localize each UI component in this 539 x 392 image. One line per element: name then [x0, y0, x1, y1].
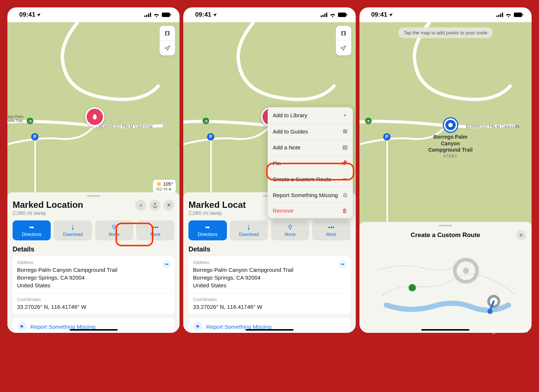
svg-rect-4 [162, 13, 170, 17]
map-view[interactable]: BORREGO PALM CANYON rego Palm nyon Trail… [7, 22, 180, 197]
more-button[interactable]: •••More [136, 220, 174, 240]
wifi-icon [329, 13, 336, 17]
address-line-3: United States [17, 281, 170, 289]
details-heading: Details [188, 246, 350, 253]
home-indicator[interactable] [421, 329, 469, 331]
svg-rect-1 [146, 15, 147, 17]
menu-add-note[interactable]: Add a Note▤ [268, 139, 353, 155]
svg-rect-5 [170, 14, 171, 16]
weather-badge[interactable]: ☀️105° AQI 49 [153, 180, 176, 193]
phone-screen-3: 09:41 BORREGO PALM CANYON Tap the map to… [359, 7, 532, 333]
home-indicator[interactable] [245, 329, 294, 331]
status-icons [144, 13, 171, 17]
address-label: Address [193, 260, 346, 265]
menu-pin[interactable]: Pin📌 [268, 155, 353, 171]
address-line-3: United States [193, 281, 346, 289]
sheet-title: Marked Locat [188, 200, 248, 210]
report-icon: ⚑ [193, 322, 202, 331]
trail-poi-icon[interactable]: ◔ [365, 118, 372, 124]
battery-icon [338, 13, 348, 17]
map-road-label: BORREGO PALM CANYON [99, 124, 153, 129]
menu-report-missing[interactable]: Report Something Missing◎ [268, 187, 353, 203]
custom-route-sheet[interactable]: Create a Custom Route ✕ [359, 222, 532, 333]
coordinates-value: 33.27026° N, 116.41746° W [193, 303, 346, 311]
map-road-label: BORREGO PALM CANYON [466, 124, 519, 129]
map-view[interactable]: BORREGO PALM CANYON Tap the map to add p… [359, 22, 532, 226]
more-button[interactable]: •••More [312, 220, 350, 240]
status-time: 09:41 [195, 11, 211, 18]
add-button[interactable]: ＋ [135, 200, 146, 211]
pushpin-icon: 📌 [341, 160, 348, 166]
menu-add-guides[interactable]: Add to Guides⊞ [268, 124, 353, 139]
location-arrow-icon [388, 13, 393, 17]
svg-rect-16 [514, 13, 522, 17]
menu-custom-route[interactable]: Create a Custom Route⤳ [268, 171, 353, 187]
address-label: Address [17, 260, 170, 265]
sheet-grabber[interactable] [439, 225, 452, 226]
route-start-pin[interactable] [444, 118, 457, 132]
svg-point-20 [408, 284, 416, 291]
status-icons [496, 13, 523, 17]
wifi-icon [505, 13, 512, 17]
guides-icon: ⊞ [343, 128, 348, 135]
download-button[interactable]: ⭳Download [54, 220, 92, 240]
coordinates-label: Coordinates [193, 297, 346, 302]
move-button[interactable]: ⚲Move [95, 220, 133, 240]
download-button[interactable]: ⭳Download [230, 220, 268, 240]
svg-rect-3 [150, 13, 151, 17]
address-line-2: Borrego Springs, CA 92004 [17, 274, 170, 281]
status-bar: 09:41 [359, 7, 532, 22]
location-sheet[interactable]: Marked Location 2,060 mi away ＋ ✕ ➥Direc… [7, 192, 180, 333]
links-card: ⚑ Report Something Missing 📍 Pin [188, 318, 350, 333]
coordinates-value: 33.27026° N, 116.41746° W [17, 303, 170, 311]
share-button[interactable] [149, 200, 160, 211]
close-button[interactable]: ✕ [516, 230, 526, 240]
svg-rect-8 [324, 14, 325, 17]
battery-icon [514, 13, 523, 17]
svg-point-19 [463, 268, 469, 274]
parking-poi-icon[interactable]: P [31, 133, 38, 141]
locate-me-button[interactable] [336, 41, 351, 55]
custom-route-title: Create a Custom Route [411, 232, 480, 239]
report-missing-link[interactable]: ⚑ Report Something Missing [193, 320, 346, 333]
parking-poi-icon[interactable]: P [383, 133, 391, 141]
close-button[interactable]: ✕ [163, 200, 174, 211]
directions-mini-icon[interactable]: ➥ [339, 260, 347, 268]
cellular-icon [496, 13, 503, 17]
map-style-button[interactable] [336, 26, 351, 41]
address-card[interactable]: ➥ Address Borrego Palm Canyon Campground… [188, 256, 350, 314]
locate-me-button[interactable] [160, 41, 175, 55]
trail-poi-icon[interactable]: ◔ [27, 118, 33, 124]
menu-add-library[interactable]: Add to Library＋ [268, 107, 353, 124]
address-line-1: Borrego Palm Canyon Campground Trail [17, 266, 170, 274]
details-heading: Details [13, 246, 174, 253]
move-button[interactable]: ⚲Move [271, 220, 309, 240]
svg-rect-11 [346, 14, 347, 16]
cellular-icon [144, 13, 151, 17]
svg-rect-0 [144, 16, 145, 17]
phone-screen-1: 09:41 BORREGO PALM CANYON rego Palm nyon… [7, 7, 180, 333]
map-style-button[interactable] [160, 26, 175, 41]
start-label: Borrego Palm Canyon Campground Trail STA… [425, 134, 476, 159]
dropped-pin[interactable] [85, 107, 104, 126]
start-sublabel: START [425, 154, 476, 159]
svg-point-22 [487, 309, 492, 314]
sheet-title: Marked Location [13, 200, 83, 210]
watermark: GadgetHacks.com [482, 327, 528, 334]
menu-remove[interactable]: Remove🗑 [268, 203, 353, 218]
map-trail-label-2: nyon Trail [7, 119, 23, 123]
cellular-icon [321, 13, 327, 17]
triptych-frame: 09:41 BORREGO PALM CANYON rego Palm nyon… [6, 6, 533, 334]
directions-button[interactable]: ➥Directions [188, 220, 227, 240]
sheet-grabber[interactable] [87, 195, 100, 197]
directions-button[interactable]: ➥Directions [13, 220, 51, 240]
svg-rect-12 [496, 16, 498, 17]
route-illustration [365, 244, 526, 318]
address-card[interactable]: ➥ Address Borrego Palm Canyon Campground… [13, 256, 174, 314]
report-missing-link[interactable]: ⚑ Report Something Missing [17, 320, 170, 333]
status-icons [321, 13, 348, 17]
instruction-pill: Tap the map to add points to your route [398, 27, 492, 38]
map-controls [160, 26, 175, 55]
status-bar: 09:41 [183, 7, 355, 22]
home-indicator[interactable] [70, 329, 118, 331]
